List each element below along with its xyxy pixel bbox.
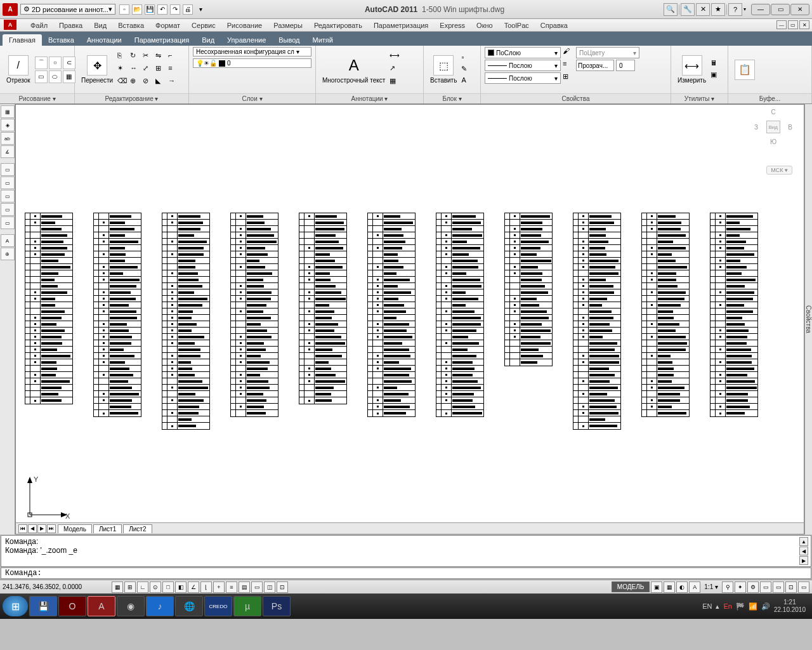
transparency-input[interactable]: 0 bbox=[616, 60, 635, 71]
lineweight-dropdown[interactable]: Послою ▾ bbox=[485, 60, 561, 71]
tab-prev-icon[interactable]: ◀ bbox=[28, 524, 37, 533]
panel-clip-label[interactable]: Буфе... bbox=[728, 93, 811, 103]
viewcube-south[interactable]: Ю bbox=[754, 138, 792, 145]
tb-autocad[interactable]: A bbox=[88, 596, 115, 616]
tab-manage[interactable]: Управление bbox=[221, 34, 272, 46]
lt-icon-7[interactable]: ▭ bbox=[1, 190, 15, 202]
block-create-icon[interactable]: ▫ bbox=[461, 53, 473, 63]
hatch-icon[interactable]: ▦ bbox=[63, 70, 75, 83]
insert-button[interactable]: ⬚ Вставить bbox=[428, 54, 459, 85]
ucs-dropdown[interactable]: МСК ▾ bbox=[766, 166, 792, 175]
tray-net-icon[interactable]: 📶 bbox=[749, 602, 757, 611]
stretch-icon[interactable]: ↔ bbox=[130, 64, 141, 76]
exchange-icon[interactable]: ✕ bbox=[696, 3, 710, 16]
status-icon-g[interactable]: ▭ bbox=[760, 581, 771, 593]
annoscale-value[interactable]: 1:1 ▾ bbox=[702, 583, 721, 590]
cleanscreen-icon[interactable]: ▭ bbox=[798, 581, 809, 593]
menu-express[interactable]: Express bbox=[435, 20, 470, 30]
status-icon-h[interactable]: ▭ bbox=[773, 581, 784, 593]
tray-en-icon[interactable]: En bbox=[723, 602, 731, 610]
panel-block-label[interactable]: Блок ▾ bbox=[424, 93, 480, 103]
tab-layout2[interactable]: Лист2 bbox=[123, 524, 152, 533]
status-icon-f[interactable]: ⚙ bbox=[747, 581, 759, 593]
drawing-area[interactable]: С З Вид В Ю МСК ▾ Y X bbox=[15, 104, 804, 534]
lt-icon-11[interactable]: ⊕ bbox=[1, 248, 15, 260]
menu-tools[interactable]: Сервис bbox=[187, 20, 221, 30]
status-icon-a[interactable]: ▣ bbox=[651, 581, 662, 593]
qat-undo-icon[interactable]: ↶ bbox=[157, 4, 167, 15]
panel-modify-label[interactable]: Редактирование ▾ bbox=[75, 93, 188, 103]
erase-icon[interactable]: ⌫ bbox=[117, 77, 129, 88]
scroll-right-icon[interactable]: ▶ bbox=[799, 556, 808, 565]
ellipse-icon[interactable]: ⬭ bbox=[49, 70, 62, 83]
doc-restore-button[interactable]: ▭ bbox=[788, 20, 798, 29]
menu-modify[interactable]: Редактировать bbox=[309, 20, 367, 30]
qat-save-icon[interactable]: 💾 bbox=[145, 4, 155, 15]
tb-opera[interactable]: O bbox=[58, 596, 86, 616]
scroll-up-icon[interactable]: ▲ bbox=[799, 537, 808, 546]
copy-icon[interactable]: ⎘ bbox=[117, 51, 129, 63]
qat-open-icon[interactable]: 📂 bbox=[132, 4, 142, 15]
lt-icon-3[interactable]: ab bbox=[1, 132, 15, 145]
command-input[interactable]: Команда: bbox=[1, 567, 811, 579]
lt-icon-10[interactable]: A bbox=[1, 234, 15, 247]
tb-itunes[interactable]: ♪ bbox=[146, 596, 174, 616]
tab-last-icon[interactable]: ⏭ bbox=[47, 524, 56, 533]
menu-view[interactable]: Вид bbox=[89, 20, 112, 30]
menu-dimension[interactable]: Размеры bbox=[268, 20, 308, 30]
extend-icon[interactable]: → bbox=[168, 77, 180, 88]
doc-minimize-button[interactable]: — bbox=[776, 20, 787, 29]
matchprop-icon[interactable]: 🖌 bbox=[563, 47, 574, 58]
tb-explorer[interactable]: 💾 bbox=[29, 596, 57, 616]
move-button[interactable]: ✥ Перенести bbox=[79, 54, 115, 85]
tb-app4[interactable]: ◉ bbox=[117, 596, 145, 616]
close-button[interactable]: ✕ bbox=[790, 4, 809, 15]
tb-photoshop[interactable]: Ps bbox=[263, 596, 291, 616]
lt-icon-1[interactable]: ▦ bbox=[1, 105, 15, 118]
break-icon[interactable]: ⊘ bbox=[143, 77, 154, 88]
tab-next-icon[interactable]: ▶ bbox=[37, 524, 46, 533]
explode-icon[interactable]: ✶ bbox=[117, 64, 129, 76]
workspace-dropdown[interactable]: ⚙ 2D рисование и аннот... ▾ bbox=[20, 4, 115, 15]
leader-icon[interactable]: ↗ bbox=[390, 64, 403, 76]
doc-close-button[interactable]: ✕ bbox=[799, 20, 809, 29]
dyn-toggle[interactable]: + bbox=[213, 581, 225, 593]
qat-more-icon[interactable]: ▾ bbox=[195, 4, 206, 15]
qat-print-icon[interactable]: 🖨 bbox=[183, 4, 193, 15]
minimize-button[interactable]: — bbox=[751, 4, 770, 15]
menu-toolpac[interactable]: ToolPac bbox=[499, 20, 534, 30]
lwt-toggle[interactable]: ≡ bbox=[226, 581, 237, 593]
menu-help[interactable]: Справка bbox=[535, 20, 573, 30]
tab-output[interactable]: Вывод bbox=[272, 34, 306, 46]
tab-home[interactable]: Главная bbox=[3, 34, 42, 46]
lt-icon-4[interactable]: ∡ bbox=[1, 145, 15, 158]
rotate-icon[interactable]: ↻ bbox=[130, 51, 141, 63]
tab-model[interactable]: Модель bbox=[58, 524, 92, 533]
block-edit-icon[interactable]: ✎ bbox=[461, 65, 473, 75]
tpy-toggle[interactable]: ▤ bbox=[239, 581, 250, 593]
table-icon[interactable]: ▦ bbox=[390, 77, 403, 88]
selectall-icon[interactable]: ▣ bbox=[710, 70, 722, 81]
binoculars-icon[interactable]: 🔍 bbox=[664, 3, 678, 16]
line-button[interactable]: / Отрезок bbox=[4, 54, 33, 85]
scale-icon[interactable]: ⤢ bbox=[143, 64, 154, 76]
tab-param[interactable]: Параметризация bbox=[128, 34, 195, 46]
tab-first-icon[interactable]: ⏮ bbox=[18, 524, 27, 533]
app-menu-icon[interactable]: A bbox=[4, 20, 16, 30]
qat-redo-icon[interactable]: ↷ bbox=[170, 4, 180, 15]
rect-icon[interactable]: ▭ bbox=[35, 70, 48, 83]
dim-linear-icon[interactable]: ⟷ bbox=[390, 51, 403, 63]
tab-layout1[interactable]: Лист1 bbox=[93, 524, 122, 533]
panel-util-label[interactable]: Утилиты ▾ bbox=[671, 93, 728, 103]
status-icon-e[interactable]: ✦ bbox=[735, 581, 746, 593]
panel-draw-label[interactable]: Рисование ▾ bbox=[0, 93, 74, 103]
tab-annot[interactable]: Аннотации bbox=[81, 34, 128, 46]
viewcube[interactable]: С З Вид В Ю bbox=[754, 109, 792, 145]
properties-palette-collapsed[interactable]: Свойства bbox=[804, 104, 812, 534]
list-icon[interactable]: ≡ bbox=[563, 60, 574, 71]
status-icon-d[interactable]: ⚲ bbox=[722, 581, 733, 593]
am-toggle[interactable]: ⊡ bbox=[277, 581, 288, 593]
maximize-button[interactable]: ▭ bbox=[771, 4, 790, 15]
menu-file[interactable]: Файл bbox=[25, 20, 53, 30]
tab-view[interactable]: Вид bbox=[195, 34, 221, 46]
